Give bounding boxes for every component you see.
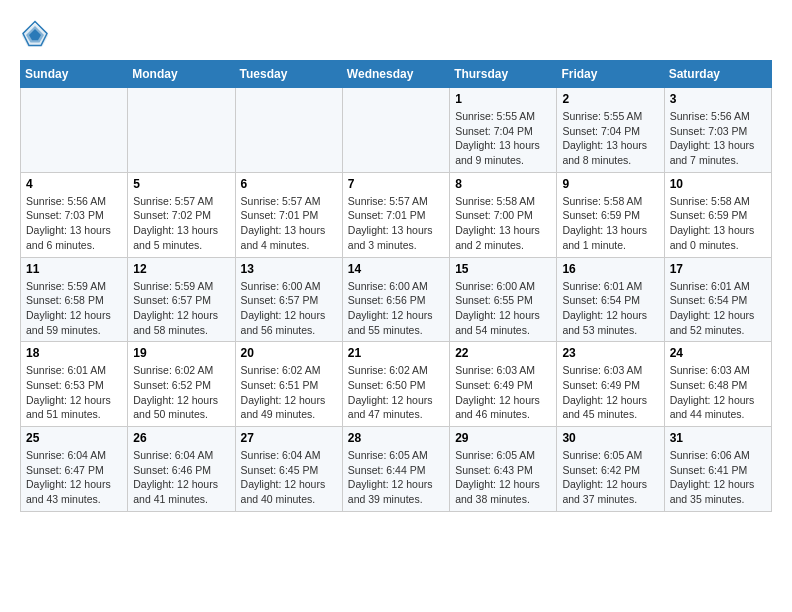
- calendar-week-row: 18Sunrise: 6:01 AM Sunset: 6:53 PM Dayli…: [21, 342, 772, 427]
- day-number: 14: [348, 262, 444, 276]
- calendar-day-cell: 17Sunrise: 6:01 AM Sunset: 6:54 PM Dayli…: [664, 257, 771, 342]
- calendar-day-cell: 6Sunrise: 5:57 AM Sunset: 7:01 PM Daylig…: [235, 172, 342, 257]
- day-number: 4: [26, 177, 122, 191]
- day-number: 10: [670, 177, 766, 191]
- calendar-day-cell: 4Sunrise: 5:56 AM Sunset: 7:03 PM Daylig…: [21, 172, 128, 257]
- day-info: Sunrise: 5:58 AM Sunset: 6:59 PM Dayligh…: [562, 194, 658, 253]
- calendar-day-cell: 16Sunrise: 6:01 AM Sunset: 6:54 PM Dayli…: [557, 257, 664, 342]
- day-info: Sunrise: 6:00 AM Sunset: 6:57 PM Dayligh…: [241, 279, 337, 338]
- calendar-empty-cell: [21, 88, 128, 173]
- logo: [20, 20, 56, 50]
- day-info: Sunrise: 6:06 AM Sunset: 6:41 PM Dayligh…: [670, 448, 766, 507]
- day-number: 26: [133, 431, 229, 445]
- day-number: 1: [455, 92, 551, 106]
- day-number: 22: [455, 346, 551, 360]
- calendar-day-cell: 30Sunrise: 6:05 AM Sunset: 6:42 PM Dayli…: [557, 427, 664, 512]
- calendar-day-cell: 28Sunrise: 6:05 AM Sunset: 6:44 PM Dayli…: [342, 427, 449, 512]
- day-number: 12: [133, 262, 229, 276]
- calendar-day-cell: 18Sunrise: 6:01 AM Sunset: 6:53 PM Dayli…: [21, 342, 128, 427]
- calendar-day-cell: 24Sunrise: 6:03 AM Sunset: 6:48 PM Dayli…: [664, 342, 771, 427]
- calendar-day-cell: 11Sunrise: 5:59 AM Sunset: 6:58 PM Dayli…: [21, 257, 128, 342]
- day-number: 24: [670, 346, 766, 360]
- day-number: 9: [562, 177, 658, 191]
- day-number: 11: [26, 262, 122, 276]
- day-info: Sunrise: 6:05 AM Sunset: 6:44 PM Dayligh…: [348, 448, 444, 507]
- day-info: Sunrise: 6:05 AM Sunset: 6:43 PM Dayligh…: [455, 448, 551, 507]
- page-header: [20, 20, 772, 50]
- calendar-day-cell: 14Sunrise: 6:00 AM Sunset: 6:56 PM Dayli…: [342, 257, 449, 342]
- day-info: Sunrise: 6:03 AM Sunset: 6:49 PM Dayligh…: [562, 363, 658, 422]
- calendar-empty-cell: [128, 88, 235, 173]
- day-info: Sunrise: 6:00 AM Sunset: 6:55 PM Dayligh…: [455, 279, 551, 338]
- calendar-day-cell: 10Sunrise: 5:58 AM Sunset: 6:59 PM Dayli…: [664, 172, 771, 257]
- day-info: Sunrise: 5:55 AM Sunset: 7:04 PM Dayligh…: [562, 109, 658, 168]
- day-number: 18: [26, 346, 122, 360]
- calendar-day-cell: 20Sunrise: 6:02 AM Sunset: 6:51 PM Dayli…: [235, 342, 342, 427]
- calendar-day-cell: 19Sunrise: 6:02 AM Sunset: 6:52 PM Dayli…: [128, 342, 235, 427]
- day-info: Sunrise: 5:58 AM Sunset: 6:59 PM Dayligh…: [670, 194, 766, 253]
- day-info: Sunrise: 6:03 AM Sunset: 6:48 PM Dayligh…: [670, 363, 766, 422]
- day-number: 5: [133, 177, 229, 191]
- header-wednesday: Wednesday: [342, 61, 449, 88]
- calendar-day-cell: 22Sunrise: 6:03 AM Sunset: 6:49 PM Dayli…: [450, 342, 557, 427]
- calendar-day-cell: 15Sunrise: 6:00 AM Sunset: 6:55 PM Dayli…: [450, 257, 557, 342]
- calendar-day-cell: 25Sunrise: 6:04 AM Sunset: 6:47 PM Dayli…: [21, 427, 128, 512]
- calendar-day-cell: 31Sunrise: 6:06 AM Sunset: 6:41 PM Dayli…: [664, 427, 771, 512]
- day-info: Sunrise: 6:01 AM Sunset: 6:53 PM Dayligh…: [26, 363, 122, 422]
- day-number: 31: [670, 431, 766, 445]
- header-saturday: Saturday: [664, 61, 771, 88]
- day-number: 25: [26, 431, 122, 445]
- day-info: Sunrise: 6:05 AM Sunset: 6:42 PM Dayligh…: [562, 448, 658, 507]
- header-tuesday: Tuesday: [235, 61, 342, 88]
- day-info: Sunrise: 6:04 AM Sunset: 6:46 PM Dayligh…: [133, 448, 229, 507]
- calendar-week-row: 25Sunrise: 6:04 AM Sunset: 6:47 PM Dayli…: [21, 427, 772, 512]
- day-number: 7: [348, 177, 444, 191]
- day-info: Sunrise: 6:04 AM Sunset: 6:47 PM Dayligh…: [26, 448, 122, 507]
- calendar-day-cell: 1Sunrise: 5:55 AM Sunset: 7:04 PM Daylig…: [450, 88, 557, 173]
- day-info: Sunrise: 6:04 AM Sunset: 6:45 PM Dayligh…: [241, 448, 337, 507]
- calendar-week-row: 11Sunrise: 5:59 AM Sunset: 6:58 PM Dayli…: [21, 257, 772, 342]
- calendar-day-cell: 27Sunrise: 6:04 AM Sunset: 6:45 PM Dayli…: [235, 427, 342, 512]
- day-info: Sunrise: 5:59 AM Sunset: 6:58 PM Dayligh…: [26, 279, 122, 338]
- day-number: 17: [670, 262, 766, 276]
- calendar-day-cell: 12Sunrise: 5:59 AM Sunset: 6:57 PM Dayli…: [128, 257, 235, 342]
- calendar-header-row: SundayMondayTuesdayWednesdayThursdayFrid…: [21, 61, 772, 88]
- header-friday: Friday: [557, 61, 664, 88]
- calendar-day-cell: 7Sunrise: 5:57 AM Sunset: 7:01 PM Daylig…: [342, 172, 449, 257]
- day-number: 23: [562, 346, 658, 360]
- day-number: 13: [241, 262, 337, 276]
- calendar-day-cell: 9Sunrise: 5:58 AM Sunset: 6:59 PM Daylig…: [557, 172, 664, 257]
- day-number: 21: [348, 346, 444, 360]
- day-number: 16: [562, 262, 658, 276]
- logo-icon: [20, 20, 50, 50]
- day-number: 2: [562, 92, 658, 106]
- day-number: 8: [455, 177, 551, 191]
- calendar-week-row: 4Sunrise: 5:56 AM Sunset: 7:03 PM Daylig…: [21, 172, 772, 257]
- header-thursday: Thursday: [450, 61, 557, 88]
- day-number: 29: [455, 431, 551, 445]
- day-number: 3: [670, 92, 766, 106]
- day-info: Sunrise: 6:00 AM Sunset: 6:56 PM Dayligh…: [348, 279, 444, 338]
- calendar-day-cell: 8Sunrise: 5:58 AM Sunset: 7:00 PM Daylig…: [450, 172, 557, 257]
- day-info: Sunrise: 5:59 AM Sunset: 6:57 PM Dayligh…: [133, 279, 229, 338]
- calendar-week-row: 1Sunrise: 5:55 AM Sunset: 7:04 PM Daylig…: [21, 88, 772, 173]
- calendar-day-cell: 21Sunrise: 6:02 AM Sunset: 6:50 PM Dayli…: [342, 342, 449, 427]
- day-number: 28: [348, 431, 444, 445]
- day-info: Sunrise: 6:02 AM Sunset: 6:52 PM Dayligh…: [133, 363, 229, 422]
- day-info: Sunrise: 6:01 AM Sunset: 6:54 PM Dayligh…: [670, 279, 766, 338]
- calendar-day-cell: 13Sunrise: 6:00 AM Sunset: 6:57 PM Dayli…: [235, 257, 342, 342]
- day-number: 6: [241, 177, 337, 191]
- day-info: Sunrise: 6:01 AM Sunset: 6:54 PM Dayligh…: [562, 279, 658, 338]
- day-info: Sunrise: 6:03 AM Sunset: 6:49 PM Dayligh…: [455, 363, 551, 422]
- calendar-day-cell: 23Sunrise: 6:03 AM Sunset: 6:49 PM Dayli…: [557, 342, 664, 427]
- day-number: 27: [241, 431, 337, 445]
- day-info: Sunrise: 5:56 AM Sunset: 7:03 PM Dayligh…: [26, 194, 122, 253]
- day-info: Sunrise: 6:02 AM Sunset: 6:51 PM Dayligh…: [241, 363, 337, 422]
- calendar-day-cell: 5Sunrise: 5:57 AM Sunset: 7:02 PM Daylig…: [128, 172, 235, 257]
- day-number: 19: [133, 346, 229, 360]
- day-number: 15: [455, 262, 551, 276]
- calendar-empty-cell: [342, 88, 449, 173]
- day-number: 30: [562, 431, 658, 445]
- calendar-day-cell: 26Sunrise: 6:04 AM Sunset: 6:46 PM Dayli…: [128, 427, 235, 512]
- calendar-table: SundayMondayTuesdayWednesdayThursdayFrid…: [20, 60, 772, 512]
